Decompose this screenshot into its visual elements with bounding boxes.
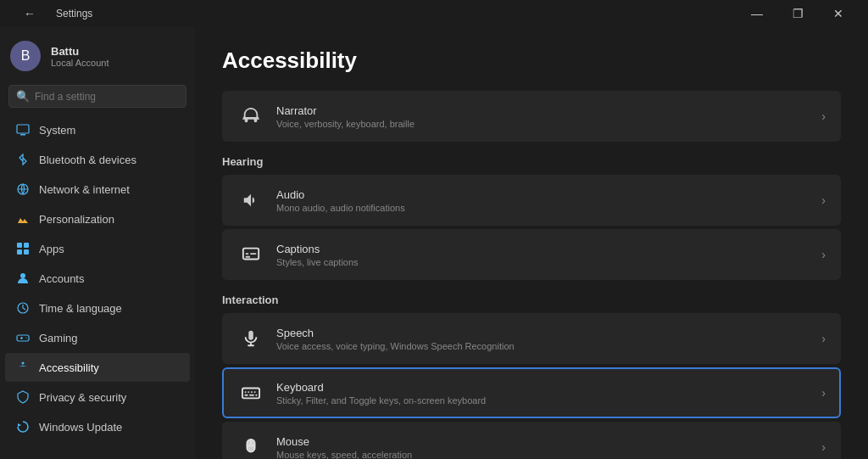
settings-item-keyboard[interactable]: Keyboard Sticky, Filter, and Toggle keys… [222, 367, 841, 418]
item-title-speech: Speech [276, 327, 815, 339]
system-icon [15, 122, 31, 137]
svg-rect-19 [248, 391, 249, 393]
sidebar-item-accounts[interactable]: Accounts [5, 264, 190, 293]
item-text-audio: Audio Mono audio, audio notifications [276, 188, 815, 213]
minimize-button[interactable]: — [737, 0, 776, 27]
sidebar-item-label: Time & language [39, 302, 122, 315]
chevron-right-icon: › [821, 332, 826, 345]
windows-update-icon [15, 419, 31, 434]
user-section[interactable]: B Battu Local Account [0, 27, 195, 81]
sidebar-item-label: System [39, 124, 75, 137]
settings-item-audio[interactable]: Audio Mono audio, audio notifications › [222, 175, 841, 226]
sidebar-item-label: Privacy & security [39, 391, 126, 404]
item-title-captions: Captions [276, 243, 815, 255]
sidebar-item-label: Apps [39, 243, 64, 255]
item-text-mouse: Mouse Mouse keys, speed, acceleration [276, 435, 815, 460]
sidebar-item-personalization[interactable]: Personalization [5, 204, 190, 233]
svg-rect-15 [246, 256, 251, 258]
titlebar: ← Settings — ❐ ✕ [0, 0, 868, 27]
section-header-interaction: Interaction [222, 294, 841, 306]
item-desc-keyboard: Sticky, Filter, and Toggle keys, on-scre… [276, 395, 815, 406]
search-input[interactable] [35, 91, 179, 103]
settings-item-narrator[interactable]: Narrator Voice, verbosity, keyboard, bra… [222, 91, 841, 142]
accessibility-icon [15, 360, 31, 375]
chevron-right-icon: › [821, 386, 826, 400]
captions-icon [237, 241, 264, 268]
bluetooth-icon [15, 152, 31, 167]
chevron-right-icon: › [821, 248, 826, 261]
nav-list: System Bluetooth & devices Network & int… [0, 115, 195, 442]
close-button[interactable]: ✕ [819, 0, 858, 27]
avatar: B [10, 41, 41, 71]
svg-point-10 [22, 362, 25, 365]
sidebar-item-label: Gaming [39, 332, 78, 344]
sidebar-item-label: Accounts [39, 272, 84, 285]
sidebar-item-system[interactable]: System [5, 115, 190, 144]
svg-rect-13 [246, 253, 249, 255]
item-title-mouse: Mouse [276, 435, 815, 448]
chevron-right-icon: › [821, 440, 826, 454]
user-info: Battu Local Account [51, 45, 109, 68]
keyboard-icon [237, 379, 264, 406]
sidebar-item-windows-update[interactable]: Windows Update [5, 412, 190, 441]
personalization-icon [15, 211, 31, 227]
item-desc-narrator: Voice, verbosity, keyboard, braille [276, 119, 815, 129]
svg-rect-0 [17, 125, 29, 133]
item-title-narrator: Narrator [276, 104, 815, 117]
sidebar-item-network[interactable]: Network & internet [5, 175, 190, 204]
item-text-keyboard: Keyboard Sticky, Filter, and Toggle keys… [276, 381, 815, 406]
svg-rect-20 [251, 391, 253, 393]
chevron-right-icon: › [821, 109, 826, 123]
item-title-keyboard: Keyboard [276, 381, 815, 394]
user-name: Battu [51, 45, 109, 58]
sidebar-item-label: Bluetooth & devices [39, 154, 136, 166]
sidebar-item-apps[interactable]: Apps [5, 234, 190, 263]
item-desc-speech: Voice access, voice typing, Windows Spee… [276, 341, 815, 351]
svg-rect-17 [242, 389, 259, 399]
settings-item-mouse[interactable]: Mouse Mouse keys, speed, acceleration › [222, 422, 841, 459]
svg-rect-16 [248, 331, 253, 340]
privacy-icon [15, 389, 31, 405]
item-desc-mouse: Mouse keys, speed, acceleration [276, 450, 815, 460]
search-box[interactable]: 🔍 [8, 85, 186, 108]
sidebar-item-label: Accessibility [39, 361, 99, 374]
svg-rect-22 [245, 395, 248, 396]
accounts-icon [15, 271, 31, 286]
sidebar-item-privacy[interactable]: Privacy & security [5, 383, 190, 411]
item-desc-audio: Mono audio, audio notifications [276, 203, 815, 213]
sidebar-item-gaming[interactable]: Gaming [5, 323, 190, 352]
svg-rect-3 [17, 243, 22, 248]
sidebar-item-label: Network & internet [39, 183, 130, 196]
back-button[interactable]: ← [10, 0, 49, 27]
svg-rect-6 [24, 249, 29, 255]
sidebar-item-label: Personalization [39, 213, 114, 226]
svg-rect-21 [254, 391, 256, 393]
svg-rect-4 [24, 243, 29, 248]
settings-item-captions[interactable]: Captions Styles, live captions › [222, 229, 841, 280]
chevron-right-icon: › [821, 193, 826, 207]
section-header-hearing: Hearing [222, 155, 841, 168]
narrator-icon [237, 103, 264, 130]
svg-rect-5 [17, 249, 22, 255]
svg-rect-23 [249, 395, 254, 396]
sidebar-item-time[interactable]: Time & language [5, 294, 190, 322]
item-desc-captions: Styles, live captions [276, 257, 815, 267]
settings-item-speech[interactable]: Speech Voice access, voice typing, Windo… [222, 313, 841, 364]
app-body: B Battu Local Account 🔍 System Bluetooth… [0, 27, 868, 459]
search-icon: 🔍 [16, 90, 30, 103]
sidebar-item-accessibility[interactable]: Accessibility [5, 353, 190, 382]
sidebar-item-label: Windows Update [39, 421, 122, 434]
sidebar: B Battu Local Account 🔍 System Bluetooth… [0, 27, 195, 459]
page-title: Accessibility [222, 48, 841, 74]
audio-icon [237, 187, 264, 214]
titlebar-controls: — ❐ ✕ [737, 0, 858, 27]
sidebar-item-bluetooth[interactable]: Bluetooth & devices [5, 145, 190, 174]
main-content: Accessibility Narrator Voice, verbosity,… [195, 27, 868, 459]
maximize-button[interactable]: ❐ [778, 0, 817, 27]
speech-icon [237, 325, 264, 352]
svg-marker-11 [18, 423, 21, 427]
svg-rect-24 [256, 395, 258, 396]
mouse-icon [237, 434, 264, 459]
svg-rect-14 [250, 253, 256, 255]
svg-rect-18 [245, 391, 247, 393]
